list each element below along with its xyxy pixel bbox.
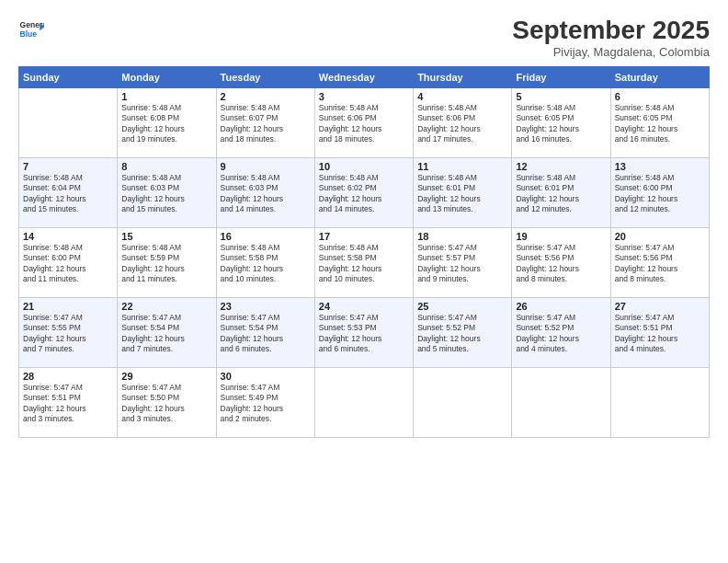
day-number: 30 bbox=[221, 371, 311, 382]
calendar-cell: 22Sunrise: 5:47 AM Sunset: 5:54 PM Dayli… bbox=[118, 297, 216, 367]
day-number: 19 bbox=[516, 231, 606, 242]
location: Pivijay, Magdalena, Colombia bbox=[512, 45, 710, 59]
calendar-cell: 14Sunrise: 5:48 AM Sunset: 6:00 PM Dayli… bbox=[19, 227, 118, 297]
day-number: 18 bbox=[417, 231, 507, 242]
weekday-header-monday: Monday bbox=[118, 66, 216, 87]
day-info: Sunrise: 5:48 AM Sunset: 5:58 PM Dayligh… bbox=[319, 243, 409, 285]
calendar-cell: 6Sunrise: 5:48 AM Sunset: 6:05 PM Daylig… bbox=[610, 87, 709, 157]
day-info: Sunrise: 5:48 AM Sunset: 6:08 PM Dayligh… bbox=[121, 103, 211, 145]
calendar-cell: 9Sunrise: 5:48 AM Sunset: 6:03 PM Daylig… bbox=[216, 157, 314, 227]
calendar-cell: 20Sunrise: 5:47 AM Sunset: 5:56 PM Dayli… bbox=[610, 227, 709, 297]
day-number: 28 bbox=[23, 371, 113, 382]
day-info: Sunrise: 5:47 AM Sunset: 5:51 PM Dayligh… bbox=[23, 383, 113, 425]
calendar-cell: 11Sunrise: 5:48 AM Sunset: 6:01 PM Dayli… bbox=[414, 157, 512, 227]
calendar-cell: 17Sunrise: 5:48 AM Sunset: 5:58 PM Dayli… bbox=[314, 227, 413, 297]
day-info: Sunrise: 5:47 AM Sunset: 5:52 PM Dayligh… bbox=[417, 313, 507, 355]
calendar-cell: 29Sunrise: 5:47 AM Sunset: 5:50 PM Dayli… bbox=[118, 367, 216, 437]
day-number: 29 bbox=[121, 371, 211, 382]
day-number: 22 bbox=[121, 301, 211, 312]
day-info: Sunrise: 5:47 AM Sunset: 5:57 PM Dayligh… bbox=[417, 243, 507, 285]
day-info: Sunrise: 5:48 AM Sunset: 6:00 PM Dayligh… bbox=[23, 243, 113, 285]
logo: General Blue bbox=[18, 17, 44, 42]
weekday-header-wednesday: Wednesday bbox=[314, 66, 413, 87]
day-info: Sunrise: 5:47 AM Sunset: 5:50 PM Dayligh… bbox=[121, 383, 211, 425]
weekday-header-friday: Friday bbox=[512, 66, 610, 87]
calendar-cell: 30Sunrise: 5:47 AM Sunset: 5:49 PM Dayli… bbox=[216, 367, 314, 437]
calendar-cell: 4Sunrise: 5:48 AM Sunset: 6:06 PM Daylig… bbox=[414, 87, 512, 157]
calendar-cell: 1Sunrise: 5:48 AM Sunset: 6:08 PM Daylig… bbox=[118, 87, 216, 157]
svg-text:Blue: Blue bbox=[20, 29, 38, 39]
day-number: 24 bbox=[319, 301, 409, 312]
day-number: 27 bbox=[615, 301, 705, 312]
day-number: 10 bbox=[319, 161, 409, 172]
calendar-cell: 10Sunrise: 5:48 AM Sunset: 6:02 PM Dayli… bbox=[314, 157, 413, 227]
calendar-cell: 7Sunrise: 5:48 AM Sunset: 6:04 PM Daylig… bbox=[19, 157, 118, 227]
week-row-3: 14Sunrise: 5:48 AM Sunset: 6:00 PM Dayli… bbox=[19, 227, 710, 297]
day-number: 9 bbox=[221, 161, 311, 172]
day-info: Sunrise: 5:48 AM Sunset: 6:07 PM Dayligh… bbox=[221, 103, 311, 145]
day-info: Sunrise: 5:48 AM Sunset: 6:05 PM Dayligh… bbox=[615, 103, 705, 145]
day-info: Sunrise: 5:48 AM Sunset: 6:03 PM Dayligh… bbox=[221, 173, 311, 215]
day-number: 3 bbox=[319, 91, 409, 102]
month-title: September 2025 bbox=[512, 17, 710, 45]
day-number: 15 bbox=[121, 231, 211, 242]
day-number: 25 bbox=[417, 301, 507, 312]
weekday-header-saturday: Saturday bbox=[610, 66, 709, 87]
day-number: 8 bbox=[121, 161, 211, 172]
calendar-cell bbox=[610, 367, 709, 437]
calendar-cell: 12Sunrise: 5:48 AM Sunset: 6:01 PM Dayli… bbox=[512, 157, 610, 227]
day-info: Sunrise: 5:48 AM Sunset: 6:04 PM Dayligh… bbox=[23, 173, 113, 215]
week-row-4: 21Sunrise: 5:47 AM Sunset: 5:55 PM Dayli… bbox=[19, 297, 710, 367]
day-number: 2 bbox=[221, 91, 311, 102]
title-block: September 2025 Pivijay, Magdalena, Colom… bbox=[512, 17, 710, 59]
calendar-cell bbox=[19, 87, 118, 157]
calendar-cell: 18Sunrise: 5:47 AM Sunset: 5:57 PM Dayli… bbox=[414, 227, 512, 297]
calendar-cell: 19Sunrise: 5:47 AM Sunset: 5:56 PM Dayli… bbox=[512, 227, 610, 297]
weekday-header-thursday: Thursday bbox=[414, 66, 512, 87]
day-info: Sunrise: 5:48 AM Sunset: 6:01 PM Dayligh… bbox=[516, 173, 606, 215]
calendar-cell: 23Sunrise: 5:47 AM Sunset: 5:54 PM Dayli… bbox=[216, 297, 314, 367]
day-number: 11 bbox=[417, 161, 507, 172]
day-info: Sunrise: 5:47 AM Sunset: 5:56 PM Dayligh… bbox=[615, 243, 705, 285]
calendar-cell bbox=[414, 367, 512, 437]
day-number: 5 bbox=[516, 91, 606, 102]
calendar-cell bbox=[314, 367, 413, 437]
week-row-5: 28Sunrise: 5:47 AM Sunset: 5:51 PM Dayli… bbox=[19, 367, 710, 437]
weekday-header-row: SundayMondayTuesdayWednesdayThursdayFrid… bbox=[19, 66, 710, 87]
day-number: 17 bbox=[319, 231, 409, 242]
calendar-cell: 16Sunrise: 5:48 AM Sunset: 5:58 PM Dayli… bbox=[216, 227, 314, 297]
calendar-cell: 13Sunrise: 5:48 AM Sunset: 6:00 PM Dayli… bbox=[610, 157, 709, 227]
day-info: Sunrise: 5:48 AM Sunset: 6:05 PM Dayligh… bbox=[516, 103, 606, 145]
calendar-cell: 8Sunrise: 5:48 AM Sunset: 6:03 PM Daylig… bbox=[118, 157, 216, 227]
calendar-cell: 28Sunrise: 5:47 AM Sunset: 5:51 PM Dayli… bbox=[19, 367, 118, 437]
day-number: 23 bbox=[221, 301, 311, 312]
calendar-cell: 3Sunrise: 5:48 AM Sunset: 6:06 PM Daylig… bbox=[314, 87, 413, 157]
day-info: Sunrise: 5:48 AM Sunset: 6:02 PM Dayligh… bbox=[319, 173, 409, 215]
day-number: 4 bbox=[417, 91, 507, 102]
day-info: Sunrise: 5:47 AM Sunset: 5:54 PM Dayligh… bbox=[221, 313, 311, 355]
weekday-header-tuesday: Tuesday bbox=[216, 66, 314, 87]
week-row-1: 1Sunrise: 5:48 AM Sunset: 6:08 PM Daylig… bbox=[19, 87, 710, 157]
page: General Blue September 2025 Pivijay, Mag… bbox=[0, 0, 728, 563]
day-number: 26 bbox=[516, 301, 606, 312]
day-info: Sunrise: 5:48 AM Sunset: 6:06 PM Dayligh… bbox=[319, 103, 409, 145]
day-info: Sunrise: 5:48 AM Sunset: 5:58 PM Dayligh… bbox=[221, 243, 311, 285]
calendar-cell: 26Sunrise: 5:47 AM Sunset: 5:52 PM Dayli… bbox=[512, 297, 610, 367]
day-number: 16 bbox=[221, 231, 311, 242]
day-info: Sunrise: 5:47 AM Sunset: 5:51 PM Dayligh… bbox=[615, 313, 705, 355]
calendar-cell: 5Sunrise: 5:48 AM Sunset: 6:05 PM Daylig… bbox=[512, 87, 610, 157]
day-number: 12 bbox=[516, 161, 606, 172]
day-info: Sunrise: 5:48 AM Sunset: 5:59 PM Dayligh… bbox=[121, 243, 211, 285]
calendar-cell: 21Sunrise: 5:47 AM Sunset: 5:55 PM Dayli… bbox=[19, 297, 118, 367]
day-info: Sunrise: 5:47 AM Sunset: 5:54 PM Dayligh… bbox=[121, 313, 211, 355]
day-info: Sunrise: 5:47 AM Sunset: 5:49 PM Dayligh… bbox=[221, 383, 311, 425]
day-info: Sunrise: 5:47 AM Sunset: 5:55 PM Dayligh… bbox=[23, 313, 113, 355]
day-info: Sunrise: 5:48 AM Sunset: 6:06 PM Dayligh… bbox=[417, 103, 507, 145]
day-number: 14 bbox=[23, 231, 113, 242]
calendar-cell: 2Sunrise: 5:48 AM Sunset: 6:07 PM Daylig… bbox=[216, 87, 314, 157]
calendar-table: SundayMondayTuesdayWednesdayThursdayFrid… bbox=[18, 66, 710, 438]
calendar-cell: 27Sunrise: 5:47 AM Sunset: 5:51 PM Dayli… bbox=[610, 297, 709, 367]
day-number: 20 bbox=[615, 231, 705, 242]
calendar-cell: 15Sunrise: 5:48 AM Sunset: 5:59 PM Dayli… bbox=[118, 227, 216, 297]
day-number: 13 bbox=[615, 161, 705, 172]
